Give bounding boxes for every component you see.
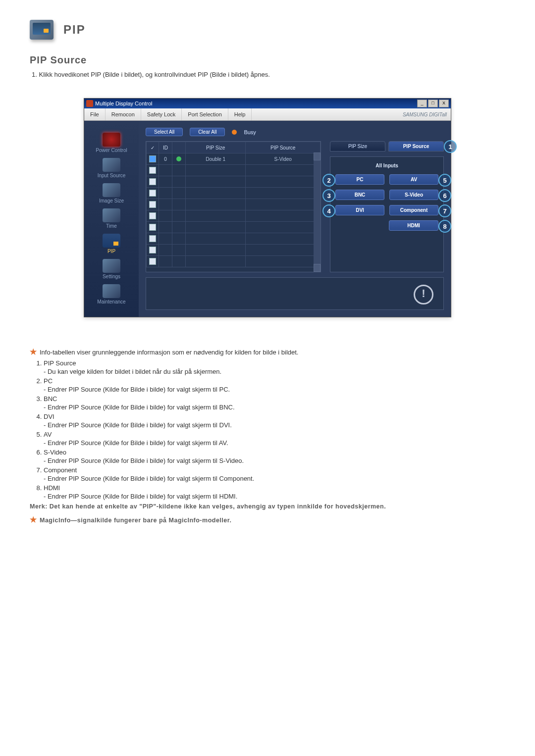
row-id: 0 [159, 153, 172, 165]
svideo-button[interactable]: S-Video [389, 190, 438, 200]
row-pip-source [246, 222, 321, 233]
callout-2: 2 [322, 174, 335, 187]
dvi-button[interactable]: DVI [335, 205, 384, 215]
sidebar-item-input-source[interactable]: Input Source [89, 156, 134, 178]
row-checkbox[interactable] [149, 201, 156, 208]
tab-pip-source[interactable]: PIP Source [388, 141, 444, 151]
row-pip-source [246, 210, 321, 222]
table-row[interactable] [147, 256, 321, 267]
sidebar-item-settings[interactable]: Settings [89, 257, 134, 279]
grid-scrollbar[interactable] [314, 152, 321, 272]
item-desc: - Endrer PIP Source (Kilde for Bilde i b… [44, 403, 505, 411]
hdmi-button[interactable]: HDMI [389, 220, 438, 231]
sidebar-item-label: Image Size [99, 198, 124, 203]
window-maximize-button[interactable]: □ [428, 100, 438, 107]
grid-header-check[interactable]: ✓ [147, 142, 159, 153]
item-desc: - Endrer PIP Source (Kilde for Bilde i b… [44, 457, 505, 464]
callout-7: 7 [438, 204, 451, 217]
table-row[interactable] [147, 188, 321, 199]
row-pip-size [186, 245, 246, 256]
all-inputs-panel: All Inputs PC AV 2 5 BNC S-Video 3 6 [330, 156, 444, 272]
window-close-button[interactable]: X [439, 100, 449, 107]
item-title: S-Video [44, 449, 66, 456]
row-pip-size [186, 165, 246, 176]
menu-file[interactable]: File [84, 108, 106, 120]
sidebar-item-time[interactable]: Time [89, 206, 134, 229]
section-title: PIP Source [30, 54, 505, 66]
item-title: AV [44, 431, 52, 438]
row-pip-source [246, 245, 321, 256]
item-title: PIP Source [44, 359, 76, 367]
image-size-icon [103, 183, 120, 197]
table-row[interactable] [147, 199, 321, 210]
row-id [159, 233, 172, 245]
callout-8: 8 [438, 220, 451, 233]
row-checkbox[interactable] [149, 155, 156, 162]
table-row[interactable]: 0Double 1S-Video [147, 153, 321, 165]
brand-label: SAMSUNG DIGITall [403, 112, 451, 117]
sidebar-item-image-size[interactable]: Image Size [89, 181, 134, 203]
sidebar-item-pip[interactable]: PIP [89, 232, 134, 254]
scroll-down-icon[interactable] [314, 264, 321, 272]
pip-sidebar-icon [103, 234, 120, 248]
grid-header-id: ID [159, 142, 172, 153]
row-checkbox[interactable] [149, 212, 156, 219]
row-pip-source: S-Video [246, 153, 321, 165]
table-row[interactable] [147, 165, 321, 176]
bnc-button[interactable]: BNC [335, 190, 384, 200]
maintenance-icon [103, 284, 120, 298]
item-desc: - Endrer PIP Source (Kilde for Bilde i b… [44, 475, 505, 482]
row-checkbox[interactable] [149, 167, 156, 174]
menu-help[interactable]: Help [228, 108, 252, 120]
menubar: File Remocon Safety Lock Port Selection … [84, 108, 451, 121]
tab-pip-size[interactable]: PIP Size [330, 141, 385, 151]
busy-indicator-icon [232, 130, 237, 135]
table-row[interactable] [147, 222, 321, 233]
item-title: DVI [44, 413, 54, 420]
row-pip-size [186, 233, 246, 245]
sidebar-item-power-control[interactable]: Power Control [89, 131, 134, 153]
row-pip-source [246, 188, 321, 199]
info-note: ★Info-tabellen viser grunnleggende infor… [30, 347, 505, 356]
row-checkbox[interactable] [149, 178, 156, 185]
menu-remocon[interactable]: Remocon [106, 108, 141, 120]
magic-note: ★MagicInfo—signalkilde fungerer bare på … [30, 515, 505, 524]
clear-all-button[interactable]: Clear All [190, 128, 225, 136]
callout-4: 4 [322, 204, 335, 217]
table-row[interactable] [147, 176, 321, 188]
row-checkbox[interactable] [149, 247, 156, 253]
select-all-button[interactable]: Select All [146, 128, 183, 136]
row-pip-size [186, 188, 246, 199]
av-button[interactable]: AV [389, 174, 438, 185]
sidebar-item-maintenance[interactable]: Maintenance [89, 282, 134, 304]
window-minimize-button[interactable]: _ [417, 100, 427, 107]
row-pip-size: Double 1 [186, 153, 246, 165]
row-id [159, 210, 172, 222]
row-checkbox[interactable] [149, 224, 156, 231]
row-checkbox[interactable] [149, 235, 156, 242]
table-row[interactable] [147, 233, 321, 245]
toolbar: Select All Clear All Busy [146, 128, 444, 136]
list-item: Component- Endrer PIP Source (Kilde for … [44, 466, 505, 482]
row-pip-size [186, 256, 246, 267]
app-icon [86, 100, 93, 107]
list-item: PIP Source- Du kan velge kilden for bild… [44, 359, 505, 375]
list-item: PC- Endrer PIP Source (Kilde for Bilde i… [44, 377, 505, 393]
menu-port-selection[interactable]: Port Selection [182, 108, 228, 120]
busy-label: Busy [244, 129, 256, 135]
panel-title: All Inputs [335, 163, 438, 168]
table-row[interactable] [147, 245, 321, 256]
menu-safety-lock[interactable]: Safety Lock [141, 108, 182, 120]
row-checkbox[interactable] [149, 258, 156, 265]
row-pip-size [186, 210, 246, 222]
row-checkbox[interactable] [149, 190, 156, 197]
star-icon: ★ [30, 348, 37, 356]
display-grid: ✓ ID PIP Size PIP Source 0Double 1S-Vide… [146, 141, 321, 272]
component-button[interactable]: Component [389, 205, 438, 215]
scroll-up-icon[interactable] [314, 152, 321, 160]
page-header: PIP [30, 20, 505, 40]
alert-icon: ! [414, 285, 433, 304]
table-row[interactable] [147, 210, 321, 222]
row-pip-size [186, 222, 246, 233]
pc-button[interactable]: PC [335, 174, 384, 185]
